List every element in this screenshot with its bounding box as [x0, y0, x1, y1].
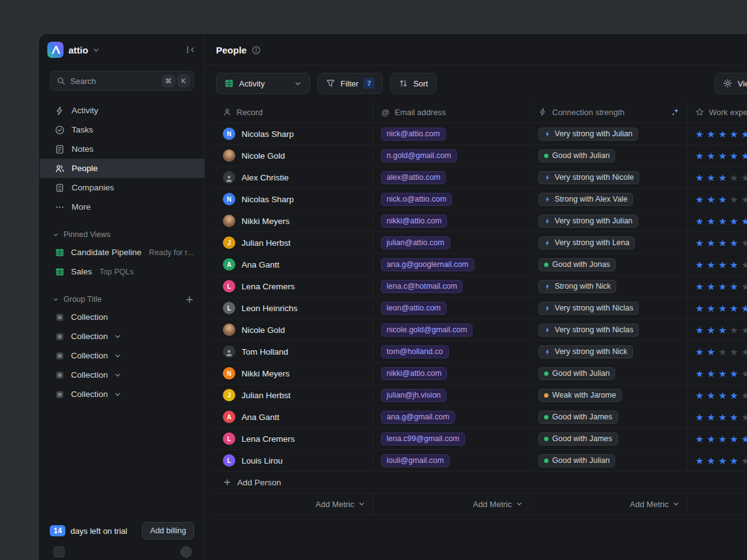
connection-cell[interactable]: Very strong with Niclas: [531, 297, 688, 319]
connection-pill[interactable]: Good with James: [538, 411, 618, 424]
sidebar-item-companies[interactable]: Companies: [40, 178, 204, 197]
connection-pill[interactable]: Very strong with Nick: [538, 345, 633, 358]
connection-cell[interactable]: Strong with Alex Vale: [531, 189, 688, 210]
work-experience-cell[interactable]: ★★★★★: [688, 167, 747, 189]
record-cell[interactable]: Nicole Gold: [215, 319, 374, 341]
record-cell[interactable]: JJulian Herbst: [215, 232, 374, 254]
email-cell[interactable]: alex@attio.com: [374, 167, 531, 189]
connection-pill[interactable]: Very strong with Julian: [538, 215, 638, 228]
add-metric-cell[interactable]: Add Metric: [531, 493, 688, 515]
work-experience-cell[interactable]: ★★★★★: [688, 145, 747, 167]
connection-pill[interactable]: Good with Julian: [538, 454, 615, 467]
email-cell[interactable]: ana.g@gmail.com: [374, 406, 531, 428]
chevron-down-icon[interactable]: [114, 333, 121, 340]
connection-pill[interactable]: Strong with Nick: [538, 280, 616, 293]
connection-pill[interactable]: Good with Jonas: [538, 258, 616, 271]
sidebar-item-tasks[interactable]: Tasks: [40, 120, 204, 139]
email-cell[interactable]: ana.g@googlemail.com: [374, 254, 531, 276]
record-cell[interactable]: Tom Holland: [215, 341, 374, 363]
work-experience-cell[interactable]: ★★★★★: [688, 189, 747, 210]
connection-pill[interactable]: Very strong with Julian: [538, 128, 638, 141]
view-settings-button[interactable]: View: [715, 73, 747, 94]
connection-cell[interactable]: Weak with Jarome: [531, 385, 688, 406]
work-experience-cell[interactable]: ★★★★★: [688, 297, 747, 319]
view-switcher-dropdown[interactable]: Activity: [216, 73, 310, 94]
add-metric-cell[interactable]: Add Metric: [215, 493, 374, 515]
add-metric-cell[interactable]: Add Metric: [374, 493, 531, 515]
email-cell[interactable]: julian@attio.com: [374, 232, 531, 254]
sidebar-view-item[interactable]: Collection: [40, 385, 204, 404]
sidebar-view-item[interactable]: SalesTop PQLs: [40, 262, 204, 281]
work-experience-cell[interactable]: ★★★★★: [688, 123, 747, 145]
email-pill[interactable]: nick@attio.com: [381, 128, 446, 141]
record-cell[interactable]: AAna Gantt: [215, 406, 374, 428]
work-experience-cell[interactable]: ★★★★★: [688, 319, 747, 341]
sidebar-item-people[interactable]: People: [40, 159, 204, 178]
record-cell[interactable]: NNikki Meyers: [215, 363, 374, 385]
connection-pill[interactable]: Weak with Jarome: [538, 389, 622, 402]
record-cell[interactable]: Alex Christie: [215, 167, 374, 189]
record-cell[interactable]: NNicolas Sharp: [215, 189, 374, 210]
email-pill[interactable]: lena.c99@gmail.com: [381, 432, 465, 446]
column-header-email[interactable]: @Email address: [374, 101, 531, 123]
sidebar-view-item[interactable]: Collection: [40, 346, 204, 365]
connection-pill[interactable]: Good with James: [538, 432, 618, 446]
record-cell[interactable]: AAna Gantt: [215, 254, 374, 276]
email-pill[interactable]: lena.c@hotmail.com: [381, 280, 463, 293]
email-pill[interactable]: nikki@attio.com: [381, 367, 447, 380]
sidebar-item-notes[interactable]: Notes: [40, 139, 204, 159]
filter-button[interactable]: Filter 7: [317, 73, 383, 94]
sort-button[interactable]: Sort: [390, 73, 436, 94]
connection-cell[interactable]: Very strong with Lena: [531, 232, 688, 254]
connection-cell[interactable]: Good with Julian: [531, 363, 688, 385]
connection-cell[interactable]: Very strong with Nick: [531, 341, 688, 363]
email-cell[interactable]: nikki@attio.com: [374, 363, 531, 385]
sidebar-item-more[interactable]: More: [40, 197, 204, 217]
connection-pill[interactable]: Good with Julian: [538, 149, 615, 162]
section-add-button[interactable]: [185, 295, 194, 304]
connection-pill[interactable]: Very strong with Niclas: [538, 302, 639, 315]
add-person-row[interactable]: Add Person: [215, 472, 747, 493]
section-toggle[interactable]: Pinned Views: [52, 230, 111, 239]
work-experience-cell[interactable]: ★★★★★: [688, 276, 747, 297]
email-pill[interactable]: ana.g@gmail.com: [381, 411, 455, 424]
search-input[interactable]: Search ⌘ K: [50, 71, 194, 91]
workspace-switcher[interactable]: attio: [68, 45, 100, 55]
work-experience-cell[interactable]: ★★★★★: [688, 232, 747, 254]
email-cell[interactable]: lena.c99@gmail.com: [374, 428, 531, 450]
section-toggle[interactable]: Group Title: [52, 295, 101, 304]
email-pill[interactable]: nicole.gold@gmail.com: [381, 324, 472, 337]
record-cell[interactable]: LLena Cremers: [215, 428, 374, 450]
connection-cell[interactable]: Very strong with Julian: [531, 123, 688, 145]
work-experience-cell[interactable]: ★★★★★: [688, 406, 747, 428]
chevron-down-icon[interactable]: [114, 352, 121, 360]
record-cell[interactable]: LLeon Heinrichs: [215, 297, 374, 319]
connection-cell[interactable]: Very strong with Julian: [531, 210, 688, 232]
record-cell[interactable]: JJulian Herbst: [215, 385, 374, 406]
email-cell[interactable]: tom@holland.co: [374, 341, 531, 363]
sidebar-view-item[interactable]: Candidate PipelineReady for r...: [40, 243, 204, 262]
connection-cell[interactable]: Good with Jonas: [531, 254, 688, 276]
chevron-down-icon[interactable]: [114, 391, 121, 398]
work-experience-cell[interactable]: ★★★★★: [688, 363, 747, 385]
info-icon[interactable]: [251, 45, 261, 55]
work-experience-cell[interactable]: ★★★★★: [688, 385, 747, 406]
record-cell[interactable]: LLouis Lirou: [215, 450, 374, 472]
record-cell[interactable]: LLena Cremers: [215, 276, 374, 297]
sidebar-view-item[interactable]: Collection: [40, 327, 204, 346]
record-cell[interactable]: NNicolas Sharp: [215, 123, 374, 145]
connection-cell[interactable]: Good with James: [531, 406, 688, 428]
sidebar-item-activity[interactable]: Activity: [40, 101, 204, 120]
email-cell[interactable]: nick.o@attio.com: [374, 189, 531, 210]
connection-cell[interactable]: Very strong with Niclas: [531, 319, 688, 341]
email-pill[interactable]: alex@attio.com: [381, 171, 446, 184]
email-pill[interactable]: ana.g@googlemail.com: [381, 258, 474, 271]
work-experience-cell[interactable]: ★★★★★: [688, 450, 747, 472]
connection-cell[interactable]: Good with James: [531, 428, 688, 450]
work-experience-cell[interactable]: ★★★★★: [688, 341, 747, 363]
add-billing-button[interactable]: Add billing: [142, 522, 194, 539]
email-pill[interactable]: julian@attio.com: [381, 236, 450, 250]
collapse-sidebar-icon[interactable]: [186, 45, 195, 55]
work-experience-cell[interactable]: ★★★★★: [688, 210, 747, 232]
email-pill[interactable]: julian@jh.vision: [381, 389, 446, 402]
